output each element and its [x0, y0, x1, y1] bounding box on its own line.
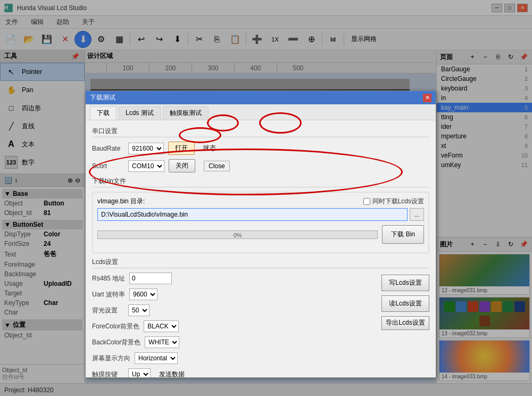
- modal-titlebar: 下载测试 ✕: [86, 91, 436, 104]
- rs485-input[interactable]: [129, 273, 172, 284]
- baud-rate-row: BaudRate 921600 打开 状态: [92, 142, 429, 155]
- touch-select[interactable]: Up: [128, 368, 151, 377]
- modal-close-button[interactable]: ✕: [423, 94, 431, 102]
- forecolor-select[interactable]: BLACK: [144, 320, 179, 332]
- backcolor-row: BackColor背景色 WHITE: [92, 336, 375, 348]
- modal-body: 串口设置 BaudRate 921600 打开 状态 Scort COM10 关…: [86, 120, 436, 377]
- sync-label: 同时下载Lcds设置: [372, 197, 424, 206]
- file-path-row: ...: [97, 208, 424, 221]
- send-data-label: 发送数据: [159, 370, 185, 378]
- file-browse-button[interactable]: ...: [410, 208, 424, 221]
- forecolor-row: ForeColor前景色 BLACK: [92, 320, 375, 332]
- serial-section-title: 串口设置: [92, 127, 429, 137]
- lcds-action-buttons: 写Lcds设置 读Lcds设置 导出Lcds设置: [381, 273, 429, 377]
- backcolor-select[interactable]: WHITE: [145, 336, 179, 348]
- com-port-label: Scort: [92, 162, 124, 170]
- progress-text: 0%: [98, 231, 377, 240]
- lcds-section-title: Lcds设置: [92, 258, 429, 268]
- lcds-settings-left: Rs485 地址 Uart 波特率 9600 背光设置 50: [92, 273, 375, 377]
- open-port-button[interactable]: 打开: [168, 142, 195, 155]
- download-bin-box: vImage.bin 目录: 同时下载Lcds设置 ... 0% 下载 Bin: [92, 192, 429, 253]
- com-port-select[interactable]: COM10: [128, 160, 164, 172]
- vimage-label: vImage.bin 目录:: [97, 197, 145, 206]
- download-bin-title: 下载bin文件: [92, 177, 429, 187]
- touch-label: 触摸按键: [92, 370, 124, 378]
- backlight-label: 背光设置: [92, 306, 124, 315]
- write-lcds-button[interactable]: 写Lcds设置: [381, 275, 429, 291]
- screen-orient-select[interactable]: Horizontal: [135, 352, 178, 364]
- backlight-select[interactable]: 50: [128, 304, 149, 316]
- lcds-settings-layout: Rs485 地址 Uart 波特率 9600 背光设置 50: [92, 273, 429, 377]
- screen-orient-label: 屏幕显示方向: [92, 354, 130, 363]
- file-path-input[interactable]: [97, 208, 408, 221]
- modal-overlay: 下载测试 ✕ 下载 Lcds 测试 触摸板测试 串口设置 BaudRate 92…: [0, 0, 532, 396]
- uart-label: Uart 波特率: [92, 290, 125, 299]
- baud-rate-label: BaudRate: [92, 145, 124, 152]
- tab-lcds-test[interactable]: Lcds 测试: [119, 106, 161, 120]
- download-bin-button[interactable]: 下载 Bin: [382, 225, 424, 244]
- rs485-label: Rs485 地址: [92, 274, 125, 283]
- screen-orient-row: 屏幕显示方向 Horizontal: [92, 352, 375, 364]
- com-port-row: Scort COM10 关闭 Close: [92, 159, 429, 172]
- progress-bar: 0%: [97, 230, 378, 239]
- sync-checkbox[interactable]: [363, 198, 370, 205]
- baud-rate-select[interactable]: 921600: [128, 143, 164, 154]
- backcolor-label: BackColor背景色: [92, 338, 140, 347]
- read-lcds-button[interactable]: 读Lcds设置: [381, 295, 429, 312]
- vimage-header-row: vImage.bin 目录: 同时下载Lcds设置: [97, 197, 424, 206]
- status-value: Close: [204, 161, 230, 171]
- status-value-label: Close: [204, 162, 230, 170]
- uart-select[interactable]: 9600: [129, 288, 157, 300]
- forecolor-label: ForeColor前景色: [92, 322, 139, 331]
- status-label: 状态: [203, 144, 216, 153]
- tab-touch-test[interactable]: 触摸板测试: [163, 106, 209, 120]
- rs485-row: Rs485 地址: [92, 273, 375, 284]
- export-lcds-button[interactable]: 导出Lcds设置: [381, 316, 429, 330]
- progress-row: 0% 下载 Bin: [97, 225, 424, 244]
- modal-tabs: 下载 Lcds 测试 触摸板测试: [86, 104, 436, 120]
- touch-row: 触摸按键 Up 发送数据: [92, 368, 375, 377]
- close-port-button[interactable]: 关闭: [169, 159, 195, 172]
- uart-row: Uart 波特率 9600: [92, 288, 375, 300]
- sync-checkbox-row: 同时下载Lcds设置: [363, 197, 424, 206]
- backlight-row: 背光设置 50: [92, 304, 375, 316]
- modal-title: 下载测试: [90, 93, 115, 102]
- download-test-modal: 下载测试 ✕ 下载 Lcds 测试 触摸板测试 串口设置 BaudRate 92…: [85, 90, 436, 378]
- tab-download[interactable]: 下载: [90, 106, 117, 120]
